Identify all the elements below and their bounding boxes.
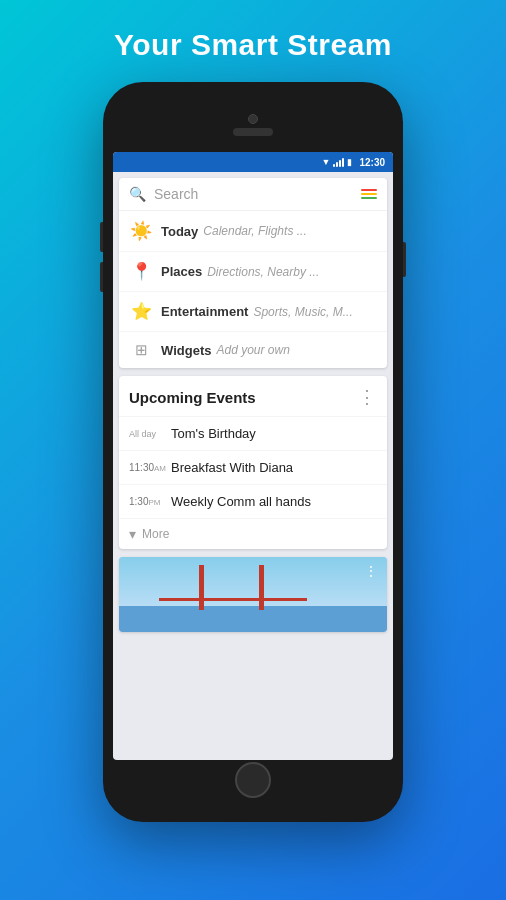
search-bar[interactable]: 🔍 Search: [119, 178, 387, 211]
volume-down-button[interactable]: [100, 262, 103, 292]
event-time-weekly: 1:30PM: [129, 496, 171, 508]
status-time: 12:30: [359, 157, 385, 168]
bridge-deck: [159, 598, 307, 601]
event-name-birthday: Tom's Birthday: [171, 426, 256, 441]
events-header: Upcoming Events ⋮: [119, 376, 387, 417]
front-camera: [248, 114, 258, 124]
home-button[interactable]: [235, 762, 271, 798]
speaker: [233, 128, 273, 136]
pin-icon: 📍: [129, 261, 153, 282]
bridge-water: [119, 606, 387, 632]
top-bezel: [113, 100, 393, 152]
bridge-scene: [119, 557, 387, 632]
today-desc: Calendar, Flights ...: [203, 224, 306, 238]
event-time-breakfast: 11:30AM: [129, 462, 171, 474]
menu-item-widgets[interactable]: ⊞ Widgets Add your own: [119, 332, 387, 368]
chevron-down-icon: ▾: [129, 526, 136, 542]
events-title: Upcoming Events: [129, 389, 256, 406]
event-row-breakfast: 11:30AM Breakfast With Diana: [119, 451, 387, 485]
screen-content: 🔍 Search ☀️ Today Calendar, Flights ...: [113, 172, 393, 760]
screen: ▼ ▮ 12:30 🔍 Search: [113, 152, 393, 760]
status-bar: ▼ ▮ 12:30: [113, 152, 393, 172]
sun-icon: ☀️: [129, 220, 153, 242]
menu-item-entertainment[interactable]: ⭐ Entertainment Sports, Music, M...: [119, 292, 387, 332]
menu-item-places[interactable]: 📍 Places Directions, Nearby ...: [119, 252, 387, 292]
search-icon: 🔍: [129, 186, 146, 202]
menu-icon[interactable]: [361, 189, 377, 199]
today-label: Today: [161, 224, 198, 239]
event-name-weekly: Weekly Comm all hands: [171, 494, 311, 509]
event-row-weekly: 1:30PM Weekly Comm all hands: [119, 485, 387, 519]
widgets-desc: Add your own: [216, 343, 289, 357]
events-more-icon[interactable]: ⋮: [358, 386, 377, 408]
battery-icon: ▮: [347, 157, 352, 167]
search-placeholder[interactable]: Search: [154, 186, 361, 202]
image-more-icon[interactable]: ⋮: [364, 563, 379, 579]
event-name-breakfast: Breakfast With Diana: [171, 460, 293, 475]
events-card: Upcoming Events ⋮ All day Tom's Birthday…: [119, 376, 387, 549]
event-time-allday: All day: [129, 429, 171, 439]
signal-bars: [333, 157, 344, 167]
image-card: ⋮: [119, 557, 387, 632]
event-row-birthday: All day Tom's Birthday: [119, 417, 387, 451]
more-label: More: [142, 527, 169, 541]
power-button[interactable]: [403, 242, 406, 277]
widgets-label: Widgets: [161, 343, 211, 358]
menu-item-today[interactable]: ☀️ Today Calendar, Flights ...: [119, 211, 387, 252]
wifi-icon: ▼: [322, 157, 331, 167]
star-icon: ⭐: [129, 301, 153, 322]
more-row[interactable]: ▾ More: [119, 519, 387, 549]
bottom-bezel: [113, 760, 393, 800]
entertainment-label: Entertainment: [161, 304, 248, 319]
bridge-tower-left: [199, 565, 204, 610]
places-label: Places: [161, 264, 202, 279]
widgets-icon: ⊞: [129, 341, 153, 359]
places-desc: Directions, Nearby ...: [207, 265, 319, 279]
status-icons: ▼ ▮ 12:30: [322, 157, 386, 168]
entertainment-desc: Sports, Music, M...: [253, 305, 352, 319]
phone-shell: ▼ ▮ 12:30 🔍 Search: [103, 82, 403, 822]
volume-up-button[interactable]: [100, 222, 103, 252]
page-headline: Your Smart Stream: [114, 28, 392, 62]
bridge-tower-right: [259, 565, 264, 610]
search-card: 🔍 Search ☀️ Today Calendar, Flights ...: [119, 178, 387, 368]
